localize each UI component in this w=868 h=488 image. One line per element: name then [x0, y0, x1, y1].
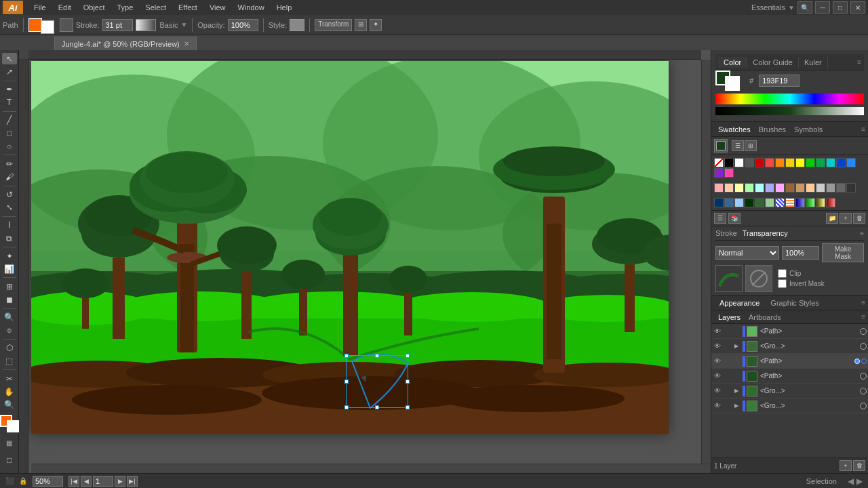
menu-select[interactable]: Select	[140, 2, 172, 13]
layers-tab[interactable]: Layers	[714, 313, 745, 321]
invert-mask-checkbox[interactable]	[778, 279, 787, 288]
scroll-left-arrow[interactable]: ◀	[848, 476, 854, 486]
horizontal-scrollbar[interactable]	[31, 464, 711, 473]
prev-page-btn[interactable]: ◀	[81, 476, 92, 487]
pen-tool[interactable]: ✒	[2, 83, 17, 95]
clip-checkbox[interactable]	[778, 269, 787, 278]
layer-expand-5[interactable]: ▶	[734, 403, 741, 409]
swatch-white[interactable]	[734, 158, 744, 167]
stroke-color-bg[interactable]	[41, 20, 54, 34]
swatch-b2[interactable]	[846, 158, 856, 167]
canvas-area[interactable]	[19, 50, 711, 473]
swatch-gr4[interactable]	[826, 198, 835, 207]
swatch-black[interactable]	[724, 158, 734, 167]
artboards-tab[interactable]: Artboards	[745, 313, 785, 321]
rect-tool[interactable]: □	[2, 127, 17, 139]
menu-type[interactable]: Type	[112, 2, 139, 13]
swatch-reg[interactable]	[745, 158, 754, 167]
swatch-s6[interactable]	[765, 198, 774, 207]
graphic-styles-tab[interactable]: Graphic Styles	[765, 298, 825, 308]
bg-swatch[interactable]	[725, 76, 740, 91]
symbols-tab[interactable]: Symbols	[790, 124, 827, 135]
eye-icon-2[interactable]: 👁	[713, 357, 722, 366]
swatch-libraries-btn[interactable]: 📚	[728, 213, 741, 224]
color-guide-tab[interactable]: Color Guide	[747, 57, 799, 68]
color-gradient-bar[interactable]	[715, 94, 864, 104]
layer-row-4[interactable]: 👁 ▶ <Gro...>	[711, 384, 868, 399]
fill-stroke-colors[interactable]	[0, 415, 19, 432]
gradient-mode-btn[interactable]: ▦	[2, 435, 17, 450]
perspective-tool[interactable]: ⬚	[2, 355, 17, 367]
swatch-t3[interactable]	[734, 183, 744, 192]
color-tab[interactable]: Color	[718, 57, 747, 68]
warp-tool[interactable]: ⌇	[2, 220, 17, 231]
stroke-value[interactable]	[102, 19, 133, 31]
menu-edit[interactable]: Edit	[53, 2, 77, 13]
swatch-s3[interactable]	[734, 198, 744, 207]
scissors-tool[interactable]: ✂	[2, 373, 17, 384]
swatch-none[interactable]	[714, 158, 724, 167]
swatch-t6[interactable]	[765, 183, 774, 192]
stroke-color[interactable]	[7, 420, 19, 432]
swatch-gy1[interactable]	[816, 183, 825, 192]
swatch-pat1[interactable]	[775, 198, 785, 207]
layer-circle-1[interactable]	[860, 343, 867, 350]
swatch-o1[interactable]	[775, 158, 785, 167]
maximize-btn[interactable]: □	[833, 1, 848, 14]
swatch-s4[interactable]	[745, 198, 754, 207]
swatches-tab[interactable]: Swatches	[714, 124, 755, 135]
blend-tool[interactable]: ⌾	[2, 325, 17, 336]
eyedropper-tool[interactable]: 🔍	[2, 312, 17, 323]
swatch-s1[interactable]	[714, 198, 724, 207]
live-paint-tool[interactable]: ⬡	[2, 342, 17, 354]
search-btn[interactable]: 🔍	[797, 1, 812, 14]
hex-input[interactable]	[759, 75, 800, 87]
select-tool[interactable]: ↖	[2, 53, 17, 64]
delete-swatch-btn[interactable]: 🗑	[853, 213, 865, 224]
type-tool[interactable]: T	[2, 97, 17, 108]
layer-circle-0[interactable]	[860, 328, 867, 335]
layer-circle-5[interactable]	[860, 403, 867, 409]
transform-btn[interactable]: Transform	[315, 19, 352, 31]
stroke-style-box[interactable]	[60, 18, 73, 32]
menu-help[interactable]: Help	[271, 2, 298, 13]
close-btn[interactable]: ✕	[850, 1, 865, 14]
brush-tool[interactable]: 🖌	[2, 171, 17, 182]
menu-effect[interactable]: Effect	[173, 2, 203, 13]
scroll-right-arrow[interactable]: ▶	[856, 476, 863, 486]
swatch-gy4[interactable]	[846, 183, 856, 192]
layer-row-2[interactable]: 👁 <Path>	[711, 354, 868, 369]
brushes-tab[interactable]: Brushes	[755, 124, 790, 135]
hand-tool[interactable]: ✋	[2, 386, 17, 397]
minimize-btn[interactable]: ─	[815, 1, 830, 14]
document-tab[interactable]: Jungle-4.ai* @ 50% (RGB/Preview) ✕	[54, 37, 197, 50]
layer-row-3[interactable]: 👁 <Path>	[711, 369, 868, 384]
swatch-p2[interactable]	[724, 168, 734, 178]
style-swatch[interactable]	[290, 19, 304, 31]
zoom-tool[interactable]: 🔍	[2, 399, 17, 411]
swatches-panel-arrow[interactable]: ≡	[861, 125, 865, 133]
new-layer-btn[interactable]: +	[840, 460, 852, 471]
swatch-g2[interactable]	[816, 158, 825, 167]
mesh-tool[interactable]: ⊞	[2, 281, 17, 292]
blend-mode-select[interactable]: Normal	[715, 246, 779, 260]
last-page-btn[interactable]: ▶|	[127, 476, 138, 487]
color-tint-bar[interactable]	[715, 107, 864, 115]
swatch-s2[interactable]	[724, 198, 734, 207]
fg-bg-swatch[interactable]	[715, 70, 740, 91]
swatch-s5[interactable]	[755, 198, 764, 207]
mask-no-icon[interactable]	[745, 265, 772, 292]
opacity-input[interactable]	[228, 19, 258, 31]
swatch-selector[interactable]	[714, 139, 728, 152]
swatch-p1[interactable]	[714, 168, 724, 178]
menu-window[interactable]: Window	[233, 2, 270, 13]
swatch-list-btn[interactable]: ☰	[732, 140, 744, 151]
gradient-tool[interactable]: ◼	[2, 293, 17, 305]
first-page-btn[interactable]: |◀	[68, 476, 79, 487]
vertical-scrollbar[interactable]	[701, 60, 711, 464]
line-tool[interactable]: ╱	[2, 115, 17, 126]
swatch-t5[interactable]	[755, 183, 764, 192]
swatch-t7[interactable]	[775, 183, 785, 192]
swatch-g1[interactable]	[806, 158, 815, 167]
layer-circle-2[interactable]	[861, 359, 867, 364]
